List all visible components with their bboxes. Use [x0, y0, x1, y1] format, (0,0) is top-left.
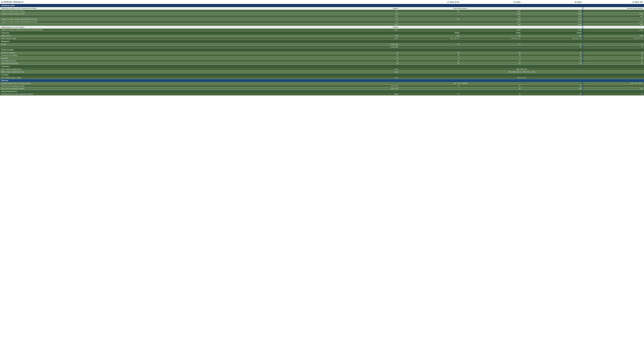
- evap-model-e100eco: ES100: [399, 31, 460, 34]
- wxdxh-evap-e200esp: 755 x 540 x 187: [583, 37, 644, 40]
- condenser-nostandby-unit: kg: [361, 54, 399, 57]
- heating-engine-e200esp: 2,000: [583, 28, 644, 31]
- model-e200e-header: E-200e: [522, 0, 583, 4]
- model-e200esp-header: E-200e SP: [583, 0, 644, 4]
- condenser-nostandby-e200esp: 38: [583, 54, 644, 57]
- total-standby-row: Total Weight (Standby) kg 50 50 58 62: [0, 59, 644, 62]
- standby-r452a-m20-label-empty: [0, 23, 361, 26]
- standby-r452a-m20-e200e: 1,000: [522, 23, 583, 26]
- condenser-nose-label: Width x Depth x Height (Nose): [0, 68, 361, 71]
- condenser-section-label: Condenser: [0, 65, 644, 68]
- condenser-nostandby-row: Condenser (No Standby) kg 35 35 38 38: [0, 54, 644, 57]
- sound-full-speed-label: Sound pressure level with compressor ful…: [0, 93, 361, 95]
- heating-header-label: Heating capacity: at -18°C ambient: [0, 26, 361, 28]
- heating-engine-e100eco: -: [399, 28, 460, 31]
- charge-r452a-e200e: 1.2: [522, 45, 583, 48]
- engine-r134a-e200e: 1,500: [522, 10, 583, 12]
- engine-r452a-0-e200esp: 1,580: [583, 12, 644, 15]
- condenser-standby-e100e: 40: [460, 51, 522, 54]
- engine-r134a-row: Capacity on engine power (R-134a) 0°C 78…: [0, 10, 644, 12]
- standby-voltage-e200e-empty: [522, 82, 583, 85]
- total-nostandby-e200e: 53: [522, 62, 583, 65]
- standby-r452a-setpoint2: -20°C: [361, 23, 399, 26]
- total-standby-label: Total Weight (Standby): [0, 59, 361, 62]
- charge-r134a-row: Charge R-134a (kg) 1.0 1.0 1.2 1.2: [0, 43, 644, 45]
- standby-r452a-setpoint1: 0°C: [361, 20, 399, 23]
- condenser-rearpod-value: 860 x 530 x [242 VLL FAN / 227 LL FAN]: [399, 71, 644, 73]
- page-wrapper: E-SERIES MODELS E-100e ECO E-100e E-200e…: [0, 0, 644, 95]
- total-current-r452a-e200esp: 122: [583, 87, 644, 90]
- evap-model-e200esp: [583, 31, 644, 34]
- standby-voltage-e200esp: 230V : 1PH : 50/60Hz: [583, 82, 644, 85]
- engine-r452a-m20-e200e: 1,000: [522, 15, 583, 18]
- heating-header-row: Heating capacity: at -18°C ambient Setpo…: [0, 26, 644, 28]
- airflow-e200esp: 1732: [583, 34, 644, 37]
- engine-r134a-label: Capacity on engine power (R-134a): [0, 10, 361, 12]
- condenser-standby-e200e: 43: [522, 51, 583, 54]
- engine-r134a-setpoint: 0°C: [361, 10, 399, 12]
- sound-full-speed-e100e: 52: [460, 93, 522, 95]
- model-e100eco-header: E-100e ECO: [399, 0, 460, 4]
- standby-r134a-e100e: 1,000: [460, 18, 522, 20]
- condenser-nostandby-e100e: 35: [460, 54, 522, 57]
- charge-r134a-e200e: 1.2: [522, 43, 583, 45]
- standby-r134a-label: Capacity on electric standby 230V/1PH/50…: [0, 18, 361, 20]
- controller-section-label: Controller: [0, 73, 644, 77]
- engine-r452a-setpoint1: 0°C: [361, 12, 399, 15]
- controller-section-row: Controller: [0, 73, 644, 77]
- condenser-nose-unit: (mm): [361, 68, 399, 71]
- condenser-nose-row: Width x Depth x Height (Nose) (mm) 880 x…: [0, 68, 644, 71]
- total-nostandby-e100e: 45: [460, 62, 522, 65]
- airflow-e200e: 891: [522, 34, 583, 37]
- engine-r134a-e100e: 1,000: [460, 10, 522, 12]
- airflow-label: Airflow volume: [0, 34, 361, 37]
- total-current-r452a-e100e: 64: [460, 87, 522, 90]
- weight-section-row: Weight (standby): [0, 48, 644, 51]
- main-table: E-SERIES MODELS E-100e ECO E-100e E-200e…: [0, 0, 644, 95]
- standby-r452a-0-row: Capacity on electric standby 230V/1PH/50…: [0, 20, 644, 23]
- heating-e200e-empty: [522, 26, 583, 28]
- total-standby-e100e: 50: [460, 59, 522, 62]
- evaporator-kg-e200e: 14: [522, 57, 583, 59]
- header-row: E-SERIES MODELS E-100e ECO E-100e E-200e…: [0, 0, 644, 4]
- total-current-r134a-unit: 12V DC (A): [361, 85, 399, 87]
- charge-r134a-unit: R-134a (kg): [361, 43, 399, 45]
- series-title: E-SERIES MODELS: [0, 0, 399, 4]
- condenser-standby-row: Condenser (Standby) kg 40 40 43 43: [0, 51, 644, 54]
- dsr3-label: DSR 3 Width x Depth x Height: [0, 76, 361, 79]
- standby-r134a-e100eco: 720: [399, 18, 460, 20]
- dsr3-unit: (mm): [361, 76, 399, 79]
- sound-full-speed-e100eco: 52: [399, 93, 460, 95]
- ref-capacity-net-label: Net cooling capacity: [399, 7, 522, 10]
- dsr3-value: 135 x 25 x 45: [399, 76, 644, 79]
- total-standby-e200esp: 62: [583, 59, 644, 62]
- engine-r452a-0-row: Capacity on engine power (R-452a) 0°C - …: [0, 12, 644, 15]
- charge-label: Charge: [0, 43, 361, 45]
- condenser-standby-label: Condenser (Standby): [0, 51, 361, 54]
- total-current-r134a-e200e: 90: [522, 85, 583, 87]
- condenser-nostandby-e100eco: 35: [399, 54, 460, 57]
- engine-r452a-m20-label-empty: [0, 15, 361, 18]
- standby-r452a-0-e100e: 1,200: [460, 20, 522, 23]
- condenser-rearpod-unit: (mm): [361, 71, 399, 73]
- standby-voltage-row: Standby Voltage / Phase / Frequency opti…: [0, 82, 644, 85]
- total-current-r134a-e200esp: -: [583, 85, 644, 87]
- total-current-r134a-label: Total current consumption (R-134a): [0, 85, 361, 87]
- total-current-r452a-unit: 12V DC (A): [361, 87, 399, 90]
- total-current-r452a-e200e: 122: [522, 87, 583, 90]
- standby-r134a-setpoint: 0°C: [361, 18, 399, 20]
- wxdxh-evap-e100e: 608 x 490 x 187: [460, 37, 522, 40]
- evaporator-kg-e100e: 9: [460, 57, 522, 59]
- heating-e100e-empty: [460, 26, 522, 28]
- technical-data-label: TECHNICAL DATA: [0, 4, 644, 7]
- standby-r452a-0-e200e: 2,000: [522, 20, 583, 23]
- charge-r452a-e100eco: -: [399, 45, 460, 48]
- charge-r134a-e100e: 1.0: [460, 43, 522, 45]
- total-current-r452a-e100eco: -: [399, 87, 460, 90]
- heating-engine-setpoint: +16°C: [361, 28, 399, 31]
- engine-r452a-m20-e200esp: 800: [583, 15, 644, 18]
- dsr3-row: DSR 3 Width x Depth x Height (mm) 135 x …: [0, 76, 644, 79]
- ref-capacity-setpoint: Setpoint: [361, 7, 399, 10]
- evaporator-kg-label: Evaporator: [0, 57, 361, 59]
- engine-r452a-0-e100e: 1,200: [460, 12, 522, 15]
